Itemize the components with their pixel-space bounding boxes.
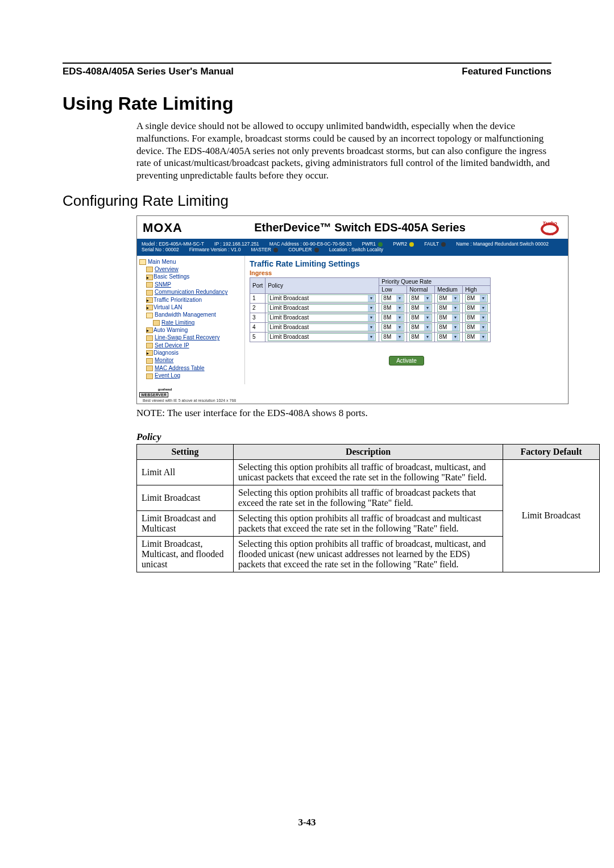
rate-select[interactable]: 8M▾ [465, 314, 488, 322]
rate-select[interactable]: 8M▾ [381, 323, 404, 331]
nav-link[interactable]: Rate Limiting [161, 319, 194, 326]
policy-setting-cell: Limit Broadcast [137, 485, 234, 510]
nav-item[interactable]: Event Log [139, 372, 242, 379]
rate-select[interactable]: 8M▾ [381, 333, 404, 341]
rate-select[interactable]: 8M▾ [381, 314, 404, 322]
nav-item[interactable]: Line-Swap Fast Recovery [139, 334, 242, 341]
th-priority-queue-rate: Priority Queue Rate [379, 277, 491, 285]
policy-select[interactable]: Limit Broadcast▾ [268, 323, 376, 331]
device-header: MOXA EtherDevice™ Switch EDS-405A Series… [137, 216, 568, 239]
header-right: Featured Functions [462, 66, 551, 77]
page-number: 3-43 [0, 817, 614, 828]
webserver-logo: goahead WEBSERVER [137, 388, 568, 398]
device-status-bar: Model : EDS-405A-MM-SC-T IP : 192.168.12… [137, 239, 568, 256]
nav-item[interactable]: Virtual LAN [139, 304, 242, 311]
rate-select[interactable]: 8M▾ [381, 304, 404, 312]
rate-select[interactable]: 8M▾ [409, 314, 432, 322]
nav-link[interactable]: SNMP [155, 281, 171, 288]
nav-item[interactable]: Communication Redundancy [139, 288, 242, 296]
chevron-down-icon: ▾ [424, 324, 431, 331]
nav-link[interactable]: Communication Redundancy [155, 289, 227, 295]
nav-item[interactable]: Overview [139, 265, 242, 273]
nav-item[interactable]: Main Menu [139, 258, 242, 265]
status-fw: Firmware Version : V1.0 [189, 247, 241, 252]
led-icon [314, 248, 319, 252]
nav-item[interactable]: Monitor [139, 356, 242, 364]
policy-setting-cell: Limit All [137, 459, 234, 485]
rate-select[interactable]: 8M▾ [465, 294, 488, 302]
nav-link[interactable]: Overview [155, 266, 179, 272]
port-cell: 3 [250, 313, 265, 322]
th-port: Port [250, 277, 265, 293]
ingress-label: Ingress [250, 269, 563, 276]
device-screenshot: MOXA EtherDevice™ Switch EDS-405A Series… [136, 215, 569, 404]
led-icon [378, 242, 383, 247]
rate-select[interactable]: 8M▾ [409, 323, 432, 331]
activate-button[interactable]: Activate [389, 356, 424, 366]
nav-link[interactable]: Event Log [155, 372, 180, 379]
intro-paragraph: A single device should not be allowed to… [136, 120, 551, 182]
nav-link[interactable]: Set Device IP [155, 342, 189, 348]
policy-desc-cell: Selecting this option prohibits all traf… [234, 459, 503, 485]
chevron-down-icon: ▾ [452, 324, 459, 331]
rate-select[interactable]: 8M▾ [437, 323, 460, 331]
chevron-down-icon: ▾ [396, 314, 403, 321]
chevron-down-icon: ▾ [480, 324, 487, 331]
port-cell: 4 [250, 322, 265, 332]
device-nav-tree: Main MenuOverviewBasic SettingsSNMPCommu… [137, 256, 245, 384]
chevron-down-icon: ▾ [424, 305, 431, 312]
nav-item[interactable]: Rate Limiting [139, 319, 242, 326]
rate-select[interactable]: 8M▾ [465, 323, 488, 331]
device-product-title: EtherDevice™ Switch EDS-405A Series [182, 221, 537, 234]
chevron-down-icon: ▾ [396, 305, 403, 312]
policy-spec-table: Setting Description Factory Default Limi… [136, 444, 600, 572]
th-high: High [463, 285, 491, 293]
rate-select[interactable]: 8M▾ [381, 294, 404, 302]
nav-link[interactable]: Monitor [155, 357, 173, 363]
rate-select[interactable]: 8M▾ [437, 294, 460, 302]
port-cell: 5 [250, 332, 265, 342]
status-model: Model : EDS-405A-MM-SC-T [142, 241, 204, 247]
policy-select[interactable]: Limit Broadcast▾ [268, 314, 376, 322]
header-left: EDS-408A/405A Series User's Manual [63, 66, 234, 77]
nav-item[interactable]: Diagnosis [139, 349, 242, 356]
status-serial: Serial No : 00002 [142, 247, 179, 252]
rate-select[interactable]: 8M▾ [409, 304, 432, 312]
rate-select[interactable]: 8M▾ [465, 333, 488, 341]
chevron-down-icon: ▾ [452, 295, 459, 302]
chevron-down-icon: ▾ [480, 334, 487, 340]
nav-item[interactable]: Basic Settings [139, 273, 242, 280]
nav-item[interactable]: Set Device IP [139, 342, 242, 349]
table-row: 4Limit Broadcast▾8M▾8M▾8M▾8M▾ [250, 322, 491, 332]
h1-using-rate-limiting: Using Rate Limiting [63, 93, 551, 114]
policy-default-cell: Limit Broadcast [503, 459, 600, 572]
nav-item[interactable]: SNMP [139, 281, 242, 288]
status-ip: IP : 192.168.127.251 [214, 241, 259, 247]
status-fault: FAULT [424, 241, 446, 247]
nav-link[interactable]: Line-Swap Fast Recovery [155, 334, 220, 340]
rate-select[interactable]: 8M▾ [437, 333, 460, 341]
led-icon [409, 242, 414, 247]
table-row: 5Limit Broadcast▾8M▾8M▾8M▾8M▾ [250, 332, 491, 342]
nav-item[interactable]: Traffic Prioritization [139, 296, 242, 304]
nav-item[interactable]: MAC Address Table [139, 364, 242, 372]
nav-item[interactable]: Bandwidth Management [139, 311, 242, 318]
policy-select[interactable]: Limit Broadcast▾ [268, 304, 376, 312]
chevron-down-icon: ▾ [480, 314, 487, 321]
rate-select[interactable]: 8M▾ [409, 333, 432, 341]
rate-select[interactable]: 8M▾ [437, 304, 460, 312]
rate-select[interactable]: 8M▾ [409, 294, 432, 302]
turbo-ring-logo: Turbo Ring [537, 219, 562, 236]
chevron-down-icon: ▾ [424, 314, 431, 321]
nav-link[interactable]: MAC Address Table [155, 365, 205, 371]
nav-item[interactable]: Auto Warning [139, 326, 242, 334]
policy-select[interactable]: Limit Broadcast▾ [268, 294, 376, 302]
status-pwr1: PWR1 [362, 241, 383, 247]
rate-select[interactable]: 8M▾ [465, 304, 488, 312]
chevron-down-icon: ▾ [396, 324, 403, 331]
chevron-down-icon: ▾ [424, 334, 431, 340]
status-name: Name : Managed Redundant Switch 00002 [456, 241, 549, 247]
policy-table-heading: Policy [136, 431, 551, 443]
policy-select[interactable]: Limit Broadcast▾ [268, 333, 376, 341]
rate-select[interactable]: 8M▾ [437, 314, 460, 322]
